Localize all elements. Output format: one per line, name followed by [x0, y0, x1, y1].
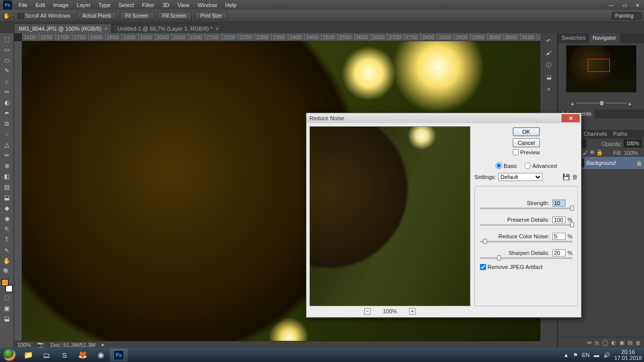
document-tab[interactable]: IMG_8044.JPG @ 100% (RGB/8)×: [14, 24, 112, 33]
tool-13[interactable]: ◧: [2, 171, 13, 182]
zoom-in-icon[interactable]: ▴: [628, 100, 631, 107]
navigator-viewport-rect[interactable]: [588, 59, 610, 72]
task-skype[interactable]: S: [55, 348, 73, 361]
tray-action-icon[interactable]: ⚑: [573, 352, 578, 358]
link-icon[interactable]: ⇔: [587, 339, 592, 346]
lock-position-icon[interactable]: ✥: [590, 149, 594, 156]
close-button[interactable]: ✕: [631, 1, 644, 10]
document-tab[interactable]: Untitled-1 @ 66,7% (Layer 1, RGB/8) *×: [113, 24, 223, 33]
tab-paths[interactable]: Paths: [610, 130, 630, 139]
tool-9[interactable]: ⟋: [2, 129, 13, 139]
maximize-button[interactable]: ▭: [618, 1, 631, 10]
save-preset-icon[interactable]: 💾: [562, 173, 570, 180]
optbtn-print-size[interactable]: Print Size: [195, 12, 227, 20]
info-icon[interactable]: ⓘ: [543, 60, 554, 69]
color-noise-field[interactable]: [552, 233, 566, 240]
tool-10[interactable]: △: [2, 140, 13, 150]
tab-swatches[interactable]: Swatches: [558, 33, 589, 43]
scroll-all-checkbox[interactable]: Scroll All Windows: [18, 13, 70, 19]
tool-mode-1[interactable]: ▣: [2, 303, 13, 313]
clock[interactable]: 20:16 17.01.2018: [614, 349, 642, 361]
new-layer-icon[interactable]: ▤: [627, 339, 632, 346]
zoom-value[interactable]: 100%: [17, 342, 31, 348]
tool-11[interactable]: ✏: [2, 150, 13, 160]
tab-channels[interactable]: Channels: [581, 130, 610, 139]
history-icon[interactable]: ↶: [543, 36, 554, 45]
tool-8[interactable]: ⧉: [2, 119, 13, 129]
color-swatches[interactable]: [2, 279, 13, 292]
tool-5[interactable]: ✂: [2, 87, 13, 97]
preserve-details-slider[interactable]: Preserve Details:%: [480, 216, 573, 226]
menu-layer[interactable]: Layer: [73, 1, 94, 9]
volume-icon[interactable]: 🔊: [603, 352, 610, 358]
properties-icon[interactable]: ⬓: [543, 72, 554, 81]
tray-flag-icon[interactable]: ▲: [564, 352, 569, 358]
workspace-dropdown[interactable]: Painting: [612, 12, 642, 20]
sharpen-field[interactable]: [552, 249, 566, 256]
lang-indicator[interactable]: EN: [582, 352, 590, 358]
task-folder[interactable]: 🗂: [37, 348, 55, 361]
tab-close-icon[interactable]: ×: [216, 26, 219, 32]
tool-3[interactable]: ✎: [2, 66, 13, 76]
fx-icon[interactable]: fx: [595, 340, 599, 346]
tool-21[interactable]: ✋: [2, 256, 13, 266]
reduce-color-noise-slider[interactable]: Reduce Color Noise:%: [480, 233, 573, 242]
sharpen-details-slider[interactable]: Sharpen Details:%: [480, 249, 573, 259]
tab-close-icon[interactable]: ×: [105, 26, 108, 32]
start-button[interactable]: [0, 348, 19, 362]
remove-jpeg-checkbox[interactable]: Remove JPEG Artifact: [480, 264, 573, 270]
fill-adjust-icon[interactable]: ◐: [611, 339, 616, 346]
tab-navigator[interactable]: Navigator: [589, 33, 620, 43]
tool-12[interactable]: ⊗: [2, 161, 13, 171]
minimize-button[interactable]: —: [605, 1, 618, 10]
tool-14[interactable]: ▤: [2, 182, 13, 192]
tool-20[interactable]: ↖: [2, 245, 13, 255]
dialog-titlebar[interactable]: Reduce Noise ✕: [306, 113, 581, 123]
tool-19[interactable]: T: [2, 235, 13, 245]
zoom-out-button[interactable]: −: [364, 308, 371, 315]
tool-17[interactable]: ◉: [2, 214, 13, 224]
tool-6[interactable]: ◐: [2, 98, 13, 108]
preview-checkbox[interactable]: Preview: [513, 149, 540, 155]
task-firefox[interactable]: 🦊: [73, 348, 92, 361]
advanced-radio[interactable]: Advanced: [524, 162, 557, 169]
task-chrome[interactable]: ◉: [92, 348, 110, 361]
optbtn-fit-screen[interactable]: Fit Screen: [120, 12, 154, 20]
menu-file[interactable]: File: [15, 1, 31, 9]
menu-window[interactable]: Window: [194, 1, 220, 9]
tool-18[interactable]: ↸: [2, 224, 13, 234]
mask-icon[interactable]: ◯: [602, 339, 608, 346]
delete-icon[interactable]: 🗑: [635, 340, 641, 346]
tool-15[interactable]: ⬓: [2, 193, 13, 203]
brush-icon[interactable]: 🖌: [543, 48, 554, 57]
cancel-button[interactable]: Cancel: [513, 138, 540, 147]
optbtn-actual-pixels[interactable]: Actual Pixels: [77, 12, 117, 20]
dialog-close-button[interactable]: ✕: [561, 114, 580, 122]
network-icon[interactable]: ▬: [594, 352, 599, 358]
menu-type[interactable]: Type: [95, 1, 114, 9]
basic-radio[interactable]: Basic: [496, 162, 517, 169]
preserve-field[interactable]: [552, 216, 566, 223]
menu-select[interactable]: Select: [115, 1, 138, 9]
strength-slider[interactable]: Strength:: [480, 200, 573, 209]
lock-all-icon[interactable]: 🔒: [596, 149, 603, 156]
tool-mode-2[interactable]: ⬓: [2, 314, 13, 324]
lock-pixels-icon[interactable]: 🖌: [582, 150, 588, 156]
dialog-preview[interactable]: [309, 126, 470, 306]
ok-button[interactable]: OK: [513, 127, 540, 136]
opacity-field[interactable]: 100%: [624, 140, 642, 147]
tool-1[interactable]: ▭: [2, 45, 13, 55]
optbtn-fill-screen[interactable]: Fill Screen: [157, 12, 192, 20]
tool-16[interactable]: ◆: [2, 203, 13, 213]
task-explorer[interactable]: 📁: [19, 348, 37, 361]
menu-3d[interactable]: 3D: [159, 1, 173, 9]
navigator-thumbnail[interactable]: [566, 45, 636, 93]
settings-dropdown[interactable]: Default: [498, 173, 542, 181]
character-icon[interactable]: ≡: [543, 84, 554, 94]
tool-2[interactable]: ⬭: [2, 55, 13, 65]
menu-help[interactable]: Help: [222, 1, 240, 9]
menu-image[interactable]: Image: [50, 1, 72, 9]
strength-field[interactable]: [552, 200, 566, 207]
fill-field[interactable]: 100%: [624, 150, 642, 156]
tool-7[interactable]: ✒: [2, 108, 13, 118]
